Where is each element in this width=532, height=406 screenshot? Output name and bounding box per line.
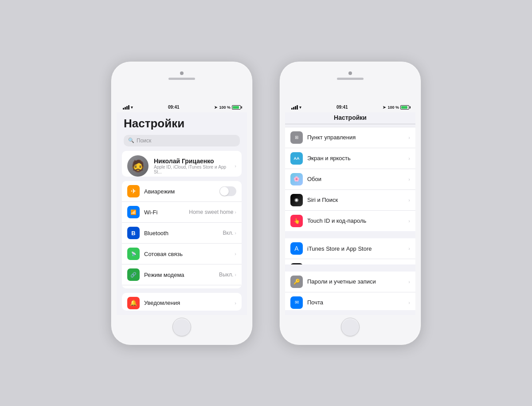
row-airplane[interactable]: ✈ Авиарежим xyxy=(122,181,242,202)
home-button-right[interactable] xyxy=(341,318,360,336)
row-touchid-content: Touch ID и код-пароль xyxy=(307,217,404,224)
chevron-icon: › xyxy=(408,197,410,203)
siri-label: Siri и Поиск xyxy=(307,197,404,203)
status-bar-right: ▾ 09:41 ➤ 100 % xyxy=(285,102,415,112)
status-bar-left: ▾ 09:41 ➤ 100 % xyxy=(117,102,247,112)
control-center-icon: ⊞ xyxy=(290,131,303,144)
cc-label: Пункт управления xyxy=(307,134,404,141)
phones-container: ▾ 09:41 ➤ 100 % Настройки 🔍 Поиск xyxy=(111,61,421,345)
iphone-right: ▾ 09:41 ➤ 100 % Настройки xyxy=(279,61,421,345)
profile-text: Николай Грицаенко Apple ID, iCloud, iTun… xyxy=(154,158,229,174)
row-control-center[interactable]: ⊞ Пункт управления › xyxy=(285,127,415,148)
airplane-toggle[interactable] xyxy=(219,186,236,196)
cellular-icon: 📡 xyxy=(127,248,140,260)
signal-icon-right xyxy=(291,105,298,110)
chevron-icon: › xyxy=(235,300,236,306)
touchid-right: › xyxy=(408,218,410,224)
siri-right: › xyxy=(408,197,410,203)
airplane-icon: ✈ xyxy=(127,185,140,197)
status-left-right: ▾ xyxy=(291,105,301,110)
row-wallpaper[interactable]: 🌸 Обои › xyxy=(285,169,415,190)
chevron-icon: › xyxy=(235,163,236,169)
settings-title: Настройки xyxy=(117,112,247,133)
display-right: › xyxy=(408,156,410,161)
chevron-icon: › xyxy=(408,279,410,284)
passwords-icon: 🔑 xyxy=(290,276,303,288)
row-wifi[interactable]: 📶 Wi-Fi Home sweet home › xyxy=(122,202,242,223)
row-itunes[interactable]: A iTunes Store и App Store › xyxy=(285,238,415,259)
itunes-label: iTunes Store и App Store xyxy=(307,245,404,252)
avatar-emoji: 🧔 xyxy=(131,160,145,172)
chevron-icon: › xyxy=(235,209,236,215)
home-button-left[interactable] xyxy=(172,318,191,336)
bt-right: Вкл. › xyxy=(223,230,236,236)
itunes-icon: A xyxy=(290,242,303,255)
battery-icon xyxy=(232,105,241,110)
location-icon-right: ➤ xyxy=(383,105,386,110)
main-settings-section: ⊞ Пункт управления › AA Экран и яркость xyxy=(285,127,415,232)
row-passwords[interactable]: 🔑 Пароли и учетные записи › xyxy=(285,272,415,292)
row-bt-content: Bluetooth xyxy=(144,230,219,237)
time-display: 09:41 xyxy=(168,105,180,110)
chevron-icon: › xyxy=(235,251,236,256)
notif-right: › xyxy=(235,300,236,306)
row-wallet[interactable]: 👛 Wallet и Apple Pay › xyxy=(285,259,415,264)
hardware-top-left xyxy=(117,67,247,102)
signal-icon xyxy=(123,105,129,110)
row-siri-content: Siri и Поиск xyxy=(307,197,404,203)
siri-icon: ◉ xyxy=(290,194,303,206)
wifi-value: Home sweet home xyxy=(189,209,233,215)
search-placeholder: Поиск xyxy=(137,138,151,144)
profile-row[interactable]: 🧔 Николай Грицаенко Apple ID, iCloud, iT… xyxy=(122,151,242,177)
location-icon: ➤ xyxy=(214,105,218,110)
chevron-icon: › xyxy=(408,177,410,182)
row-cc-content: Пункт управления xyxy=(307,134,404,141)
row-vpn[interactable]: VPN VPN Не подключено › xyxy=(122,285,242,288)
notif-label: Уведомления xyxy=(144,300,230,306)
row-touchid[interactable]: 👆 Touch ID и код-пароль › xyxy=(285,211,415,232)
avatar: 🧔 xyxy=(127,155,149,177)
accounts-section: 🔑 Пароли и учетные записи › ✉ Почта xyxy=(285,272,415,311)
bottom-hardware-right xyxy=(285,315,415,339)
battery-label-right: 100 % xyxy=(387,105,399,110)
screen-left: Настройки 🔍 Поиск 🧔 Николай Грицаенко A xyxy=(117,112,247,315)
store-section: A iTunes Store и App Store › 👛 Wallet и … xyxy=(285,238,415,264)
speaker-bar-right xyxy=(337,78,364,80)
status-right-right: ➤ 100 % xyxy=(383,105,409,110)
row-airplane-content: Авиарежим xyxy=(144,188,215,195)
hardware-top-right xyxy=(285,67,415,102)
chevron-icon: › xyxy=(408,246,410,251)
hotspot-icon: 🔗 xyxy=(127,268,140,281)
row-display[interactable]: AA Экран и яркость › xyxy=(285,148,415,169)
row-wifi-content: Wi-Fi xyxy=(144,209,184,216)
row-bluetooth[interactable]: B Bluetooth Вкл. › xyxy=(122,223,242,244)
row-mail[interactable]: ✉ Почта › xyxy=(285,292,415,311)
wallet-icon: 👛 xyxy=(290,263,303,264)
row-hotspot[interactable]: 🔗 Режим модема Выкл. › xyxy=(122,264,242,285)
bt-value: Вкл. xyxy=(223,230,234,236)
hotspot-value: Выкл. xyxy=(219,272,233,278)
battery-icon-right xyxy=(400,105,409,110)
mail-right: › xyxy=(408,300,410,305)
hotspot-label: Режим модема xyxy=(144,272,215,278)
profile-section: 🧔 Николай Грицаенко Apple ID, iCloud, iT… xyxy=(122,151,242,177)
row-notifications[interactable]: 🔔 Уведомления › xyxy=(122,293,242,311)
profile-subtitle: Apple ID, iCloud, iTunes Store и App St.… xyxy=(154,165,229,174)
row-passwords-content: Пароли и учетные записи xyxy=(307,278,404,285)
search-bar[interactable]: 🔍 Поиск xyxy=(124,135,240,146)
camera-dot-right xyxy=(348,71,352,75)
row-notif-content: Уведомления xyxy=(144,300,230,306)
notifications-section: 🔔 Уведомления › xyxy=(122,293,242,311)
row-display-content: Экран и яркость xyxy=(307,155,404,162)
wifi-icon-right: ▾ xyxy=(299,105,301,110)
cc-right: › xyxy=(408,135,410,140)
row-siri[interactable]: ◉ Siri и Поиск › xyxy=(285,190,415,211)
toggle-knob xyxy=(220,187,229,196)
bottom-hardware-left xyxy=(117,315,247,339)
wifi-label: Wi-Fi xyxy=(144,209,184,216)
row-cellular[interactable]: 📡 Сотовая связь › xyxy=(122,244,242,264)
iphone-left: ▾ 09:41 ➤ 100 % Настройки 🔍 Поиск xyxy=(111,61,253,345)
camera-dot xyxy=(180,71,184,75)
notifications-icon: 🔔 xyxy=(127,297,140,309)
chevron-icon: › xyxy=(408,156,410,161)
